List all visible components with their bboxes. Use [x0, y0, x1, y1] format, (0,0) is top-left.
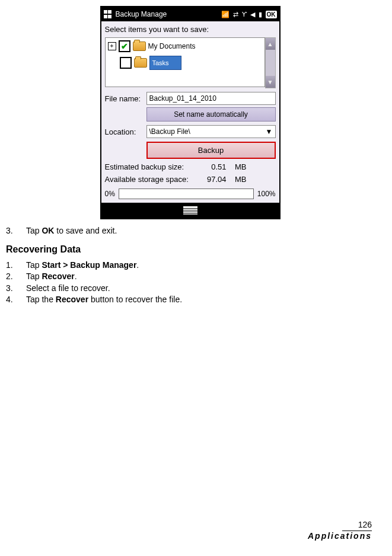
speaker-icon: ◀: [250, 11, 255, 18]
recovering-data-heading: Recovering Data: [6, 244, 374, 255]
recover-step-3: 3. Select a file to recover.: [6, 283, 374, 293]
available-space-value: 97.04: [197, 175, 227, 184]
estimated-size-unit: MB: [227, 162, 247, 171]
scroll-down-icon[interactable]: ▼: [266, 76, 275, 88]
progress-hundred: 100%: [257, 190, 276, 198]
location-dropdown[interactable]: \Backup File\ ▼: [146, 125, 276, 138]
page-footer: 126 Applications: [308, 520, 372, 541]
signal-icon: 📶: [221, 11, 230, 18]
page-number: 126: [308, 520, 372, 529]
filename-input[interactable]: Backup_01_14_2010: [146, 92, 276, 105]
recover-step-1: 1. Tap Start > Backup Manager.: [6, 260, 374, 270]
tree-item-tasks[interactable]: Tasks: [108, 56, 262, 70]
recover-step-4: 4. Tap the Recover button to recover the…: [6, 294, 374, 305]
checkbox-empty[interactable]: [120, 57, 132, 69]
backup-manager-screenshot: Backup Manage 📶 ⇄ Ƴ ◀ ▮ OK Select items …: [100, 6, 281, 219]
sync-icon: ⇄: [233, 11, 238, 18]
folder-icon: [133, 41, 146, 51]
bottom-bar: [101, 203, 279, 218]
windows-logo-icon: [104, 10, 112, 18]
checkbox-checked[interactable]: ✔: [119, 40, 130, 52]
available-space-label: Available storage space:: [105, 175, 197, 184]
step-3: 3. Tap OK to save and exit.: [6, 225, 374, 236]
tasks-icon: Tasks: [149, 56, 181, 70]
battery-icon: ▮: [259, 11, 262, 18]
chevron-down-icon: ▼: [266, 127, 273, 136]
ok-button[interactable]: OK: [266, 11, 277, 18]
prompt-text: Select items you want to save:: [105, 25, 276, 34]
backup-button[interactable]: Backup: [146, 142, 276, 159]
window-titlebar: Backup Manage 📶 ⇄ Ƴ ◀ ▮ OK: [101, 7, 279, 21]
recover-step-2: 2. Tap Recover.: [6, 271, 374, 282]
progress-zero: 0%: [105, 190, 115, 198]
window-title: Backup Manage: [116, 10, 167, 18]
estimated-size-value: 0.51: [197, 162, 227, 171]
instruction-list-1: 3. Tap OK to save and exit.: [6, 225, 374, 236]
scrollbar[interactable]: ▲ ▼: [265, 37, 276, 88]
available-space-unit: MB: [227, 175, 247, 184]
filename-label: File name:: [105, 94, 144, 103]
instruction-list-2: 1. Tap Start > Backup Manager. 2. Tap Re…: [6, 260, 374, 305]
location-label: Location:: [105, 127, 144, 136]
progress-bar: [119, 188, 254, 199]
keyboard-icon[interactable]: [183, 206, 198, 215]
scroll-up-icon[interactable]: ▲: [266, 38, 275, 50]
autoname-button[interactable]: Set name automatically: [146, 107, 276, 122]
folder-icon: [134, 58, 147, 68]
tree-item-documents[interactable]: + ✔ My Documents: [108, 40, 262, 52]
section-label: Applications: [308, 531, 372, 541]
antenna-icon: Ƴ: [242, 11, 247, 18]
status-icons: 📶 ⇄ Ƴ ◀ ▮ OK: [221, 11, 277, 18]
tree-label: My Documents: [148, 42, 196, 50]
expand-icon[interactable]: +: [108, 42, 116, 50]
estimated-size-label: Estimated backup size:: [105, 162, 197, 171]
item-tree[interactable]: + ✔ My Documents Tasks: [105, 37, 265, 87]
